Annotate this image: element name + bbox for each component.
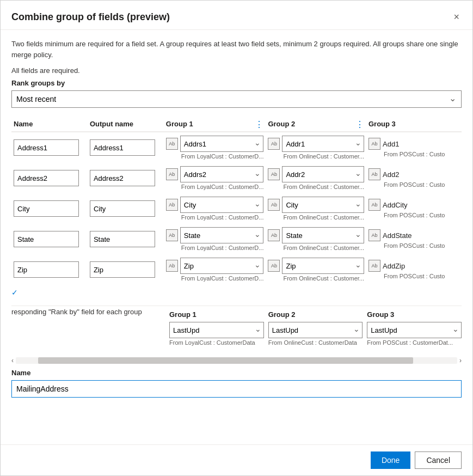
output-input-4[interactable] (90, 261, 155, 278)
cell-g2-3: Ab State From OnlineCust : Customer... (266, 224, 366, 254)
field-icon-g3-0[interactable]: Ab (368, 138, 380, 150)
group1-select-wrapper-4: Zip (180, 258, 264, 274)
group2-select-0[interactable]: Addr1 (282, 136, 364, 152)
scroll-left-button[interactable]: ‹ (11, 357, 14, 364)
group2-select-3[interactable]: State (282, 227, 364, 243)
group1-select-row-1: Ab Addrs2 (166, 166, 264, 182)
rank-group3-select[interactable]: LastUpd (367, 322, 462, 338)
field-icon-g3-1[interactable]: Ab (368, 168, 380, 180)
cell-g2-4: Ab Zip From OnlineCust : Customer... (266, 254, 366, 285)
group3-cell-0: Ab Add1 From POSCust : Custo (368, 138, 459, 157)
group1-menu-button[interactable]: ⋮ (253, 119, 266, 129)
group1-select-row-4: Ab Zip (166, 258, 264, 274)
output-input-1[interactable] (90, 170, 155, 186)
group3-from-2: From POSCust : Custo (368, 212, 459, 218)
group1-cell-0: Ab Addrs1 From LoyalCust : CustomerD... (166, 136, 264, 160)
group2-from-3: From OnlineCust : Customer... (268, 245, 364, 251)
cell-name-2 (11, 193, 88, 224)
group3-value-2: AddCity (383, 200, 459, 209)
dialog-header: Combine group of fields (preview) × (1, 1, 472, 30)
cancel-button[interactable]: Cancel (415, 451, 462, 469)
group2-select-4[interactable]: Zip (282, 258, 364, 274)
cell-name-1 (11, 163, 88, 193)
group1-from-4: From LoyalCust : CustomerD... (166, 275, 264, 282)
scrollbar-container: ‹ › (11, 357, 462, 364)
fields-tbody: Ab Addrs1 From LoyalCust : CustomerD... … (11, 132, 462, 285)
rank-group3-from: From POSCust : CustomerDat... (367, 339, 462, 346)
field-icon-g3-3[interactable]: Ab (368, 229, 380, 241)
cell-g2-2: Ab City From OnlineCust : Customer... (266, 193, 366, 224)
group2-select-1[interactable]: Addr2 (282, 166, 364, 182)
cell-output-0 (88, 132, 164, 163)
group3-value-0: Add1 (383, 139, 459, 148)
name-input-0[interactable] (14, 139, 79, 156)
field-icon-g1-1[interactable]: Ab (166, 168, 178, 180)
field-icon-g2-4[interactable]: Ab (268, 260, 280, 272)
rank-group1-select[interactable]: LastUpd (169, 322, 264, 338)
close-button[interactable]: × (451, 9, 462, 25)
group1-select-wrapper-3: State (180, 227, 264, 243)
rank-group3-col: Group 3 LastUpd From POSCust : CustomerD… (367, 310, 462, 346)
group1-select-2[interactable]: City (180, 197, 264, 213)
rank-group2-col: Group 2 LastUpd From OnlineCust : Custom… (268, 310, 363, 346)
fields-table: Name Output name Group 1 ⋮ Group 2 ⋮ Gro… (11, 117, 462, 285)
cell-output-3 (88, 224, 164, 254)
name-input-2[interactable] (14, 200, 79, 217)
field-icon-g3-2[interactable]: Ab (368, 199, 380, 211)
table-row: Ab City From LoyalCust : CustomerD... Ab… (11, 193, 462, 224)
cell-g1-0: Ab Addrs1 From LoyalCust : CustomerD... (164, 132, 266, 163)
field-icon-g1-3[interactable]: Ab (166, 229, 178, 241)
group1-select-3[interactable]: State (180, 227, 264, 243)
group1-select-4[interactable]: Zip (180, 258, 264, 274)
group1-cell-3: Ab State From LoyalCust : CustomerD... (166, 227, 264, 251)
checkmark-area: ✓ (11, 288, 462, 297)
group3-value-1: Add2 (383, 170, 459, 179)
name-input-1[interactable] (14, 170, 79, 186)
field-icon-g2-1[interactable]: Ab (268, 168, 280, 180)
cell-output-2 (88, 193, 164, 224)
cell-name-3 (11, 224, 88, 254)
rank-select[interactable]: Most recent Least recent Most complete (11, 90, 462, 108)
section-divider (11, 306, 462, 306)
table-row: Ab Addrs1 From LoyalCust : CustomerD... … (11, 132, 462, 163)
name-bottom-input[interactable] (11, 380, 462, 398)
group1-select-1[interactable]: Addrs2 (180, 166, 264, 182)
field-icon-g1-2[interactable]: Ab (166, 199, 178, 211)
name-input-4[interactable] (14, 261, 79, 278)
group2-cell-0: Ab Addr1 From OnlineCust : Customer... (268, 136, 364, 160)
table-row: Ab Addrs2 From LoyalCust : CustomerD... … (11, 163, 462, 193)
group1-select-0[interactable]: Addrs1 (180, 136, 264, 152)
group3-select-row-1: Ab Add2 (368, 168, 459, 180)
done-button[interactable]: Done (371, 451, 410, 469)
group2-menu-button[interactable]: ⋮ (353, 119, 366, 129)
scroll-right-button[interactable]: › (459, 357, 462, 364)
cell-output-1 (88, 163, 164, 193)
col-header-group3: Group 3 (366, 117, 462, 132)
field-icon-g2-0[interactable]: Ab (268, 138, 280, 150)
cell-g1-4: Ab Zip From LoyalCust : CustomerD... (164, 254, 266, 285)
group1-cell-1: Ab Addrs2 From LoyalCust : CustomerD... (166, 166, 264, 190)
group2-select-2[interactable]: City (282, 197, 364, 213)
col-header-output: Output name (88, 117, 164, 132)
group1-select-wrapper-1: Addrs2 (180, 166, 264, 182)
output-input-3[interactable] (90, 231, 155, 247)
field-icon-g2-3[interactable]: Ab (268, 229, 280, 241)
col-header-group2: Group 2 ⋮ (266, 117, 366, 132)
scrollbar-track[interactable] (16, 357, 457, 364)
field-icon-g3-4[interactable]: Ab (368, 260, 380, 272)
name-input-3[interactable] (14, 231, 79, 247)
rank-group1-from: From LoyalCust : CustomerData (169, 339, 264, 346)
cell-name-4 (11, 254, 88, 285)
field-icon-g2-2[interactable]: Ab (268, 199, 280, 211)
group3-cell-2: Ab AddCity From POSCust : Custo (368, 199, 459, 218)
field-icon-g1-0[interactable]: Ab (166, 138, 178, 150)
output-input-0[interactable] (90, 139, 155, 156)
field-icon-g1-4[interactable]: Ab (166, 260, 178, 272)
cell-g3-1: Ab Add2 From POSCust : Custo (366, 163, 462, 193)
rank-group2-select[interactable]: LastUpd (268, 322, 363, 338)
output-input-2[interactable] (90, 200, 155, 217)
group2-cell-2: Ab City From OnlineCust : Customer... (268, 197, 364, 221)
group2-select-wrapper-3: State (282, 227, 364, 243)
required-note: All fields are required. (11, 66, 462, 75)
name-bottom-section: Name (11, 369, 462, 398)
